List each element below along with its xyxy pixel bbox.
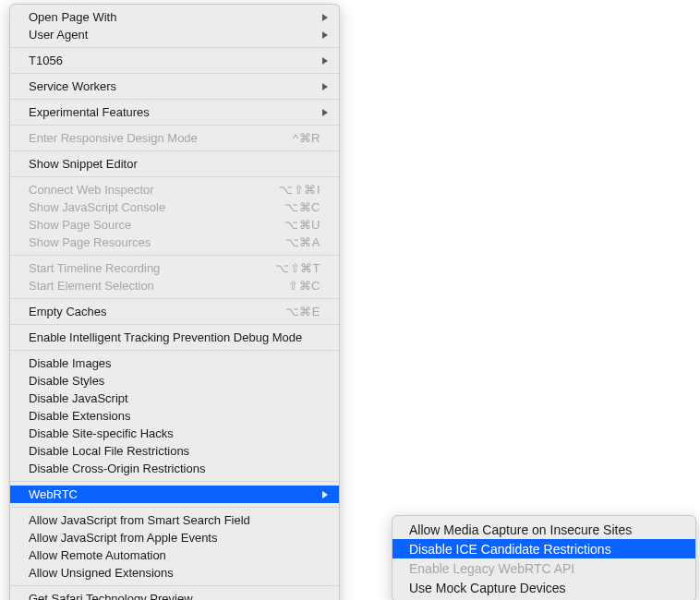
menu-item-disable-local-file-restrictions[interactable]: Disable Local File Restrictions [10, 442, 339, 460]
submenu-item-label: Allow Media Capture on Insecure Sites [409, 522, 632, 537]
menu-item-label: Enable Intelligent Tracking Prevention D… [29, 330, 302, 344]
menu-separator [10, 298, 339, 299]
menu-item-label: Disable JavaScript [29, 391, 128, 405]
menu-separator [10, 507, 339, 508]
menu-item-label: Connect Web Inspector [29, 183, 154, 197]
menu-item-label: Allow Unsigned Extensions [29, 566, 174, 580]
menu-item-label: Open Page With [29, 10, 116, 24]
menu-item-label: User Agent [29, 28, 88, 42]
develop-menu[interactable]: Open Page WithUser AgentT1056Service Wor… [9, 4, 340, 600]
menu-item-label: Empty Caches [29, 305, 107, 318]
chevron-right-icon [322, 31, 328, 39]
menu-item-label: Disable Styles [29, 374, 104, 388]
menu-item-allow-remote-automation[interactable]: Allow Remote Automation [10, 546, 339, 564]
chevron-right-icon [322, 491, 328, 498]
menu-item-connect-web-inspector: Connect Web Inspector⌥⇧⌘I [10, 181, 339, 198]
menu-item-enable-intelligent-tracking-prevention-debug-mode[interactable]: Enable Intelligent Tracking Prevention D… [10, 329, 339, 346]
menu-item-label: WebRTC [29, 487, 78, 501]
menu-item-label: Service Workers [29, 79, 116, 93]
menu-separator [10, 255, 339, 256]
menu-item-show-javascript-console: Show JavaScript Console⌥⌘C [10, 198, 339, 216]
menu-item-label: Show Page Resources [29, 235, 151, 249]
menu-item-label: Disable Site-specific Hacks [29, 426, 174, 440]
menu-item-allow-javascript-from-smart-search-field[interactable]: Allow JavaScript from Smart Search Field [10, 511, 339, 529]
menu-item-shortcut: ⌥⇧⌘I [279, 183, 320, 197]
menu-item-start-timeline-recording: Start Timeline Recording⌥⇧⌘T [10, 259, 339, 277]
menu-item-label: Allow Remote Automation [29, 548, 166, 562]
chevron-right-icon [322, 83, 328, 90]
menu-item-open-page-with[interactable]: Open Page With [10, 8, 339, 26]
menu-item-label: Get Safari Technology Preview [29, 592, 193, 600]
menu-item-empty-caches[interactable]: Empty Caches⌥⌘E [10, 303, 339, 320]
menu-item-shortcut: ⌥⌘U [284, 218, 320, 232]
menu-item-disable-javascript[interactable]: Disable JavaScript [10, 390, 339, 407]
menu-item-show-snippet-editor[interactable]: Show Snippet Editor [10, 155, 339, 173]
submenu-item-allow-media-capture-on-insecure-sites[interactable]: Allow Media Capture on Insecure Sites [392, 520, 695, 539]
menu-item-label: Allow JavaScript from Apple Events [29, 531, 217, 545]
menu-item-t1056[interactable]: T1056 [10, 52, 339, 69]
menu-item-label: Start Element Selection [29, 279, 154, 293]
menu-item-label: Show Page Source [29, 218, 131, 232]
menu-item-shortcut: ⇧⌘C [288, 279, 320, 293]
menu-item-show-page-source: Show Page Source⌥⌘U [10, 216, 339, 234]
webrtc-submenu[interactable]: Allow Media Capture on Insecure SitesDis… [392, 515, 696, 600]
menu-item-show-page-resources: Show Page Resources⌥⌘A [10, 234, 339, 251]
menu-separator [10, 47, 339, 48]
menu-item-label: Show JavaScript Console [29, 200, 165, 214]
chevron-right-icon [322, 57, 328, 65]
submenu-item-label: Enable Legacy WebRTC API [409, 561, 574, 576]
menu-item-shortcut: ^⌘R [293, 131, 320, 145]
menu-separator [10, 150, 339, 151]
menu-item-shortcut: ⌥⌘C [284, 200, 320, 214]
menu-item-disable-images[interactable]: Disable Images [10, 354, 339, 372]
menu-separator [10, 481, 339, 482]
submenu-item-use-mock-capture-devices[interactable]: Use Mock Capture Devices [392, 578, 695, 597]
menu-item-get-safari-technology-preview[interactable]: Get Safari Technology Preview [10, 590, 339, 600]
menu-item-shortcut: ⌥⇧⌘T [275, 261, 320, 275]
menu-separator [10, 324, 339, 325]
menu-item-service-workers[interactable]: Service Workers [10, 78, 339, 95]
menu-separator [10, 125, 339, 126]
menu-item-disable-cross-origin-restrictions[interactable]: Disable Cross-Origin Restrictions [10, 460, 339, 477]
menu-separator [10, 73, 339, 74]
menu-item-label: Experimental Features [29, 105, 150, 119]
submenu-item-enable-legacy-webrtc-api: Enable Legacy WebRTC API [392, 558, 695, 578]
menu-separator [10, 585, 339, 586]
menu-item-disable-extensions[interactable]: Disable Extensions [10, 407, 339, 425]
submenu-item-label: Disable ICE Candidate Restrictions [409, 542, 611, 557]
menu-item-label: Enter Responsive Design Mode [29, 131, 198, 145]
submenu-item-disable-ice-candidate-restrictions[interactable]: Disable ICE Candidate Restrictions [392, 539, 695, 558]
menu-item-disable-site-specific-hacks[interactable]: Disable Site-specific Hacks [10, 425, 339, 442]
menu-item-allow-javascript-from-apple-events[interactable]: Allow JavaScript from Apple Events [10, 529, 339, 546]
menu-item-label: Start Timeline Recording [29, 261, 160, 275]
menu-separator [10, 176, 339, 177]
menu-item-label: Disable Images [29, 356, 112, 370]
menu-item-label: Disable Cross-Origin Restrictions [29, 462, 205, 475]
menu-item-label: Allow JavaScript from Smart Search Field [29, 513, 250, 527]
menu-item-label: Disable Local File Restrictions [29, 444, 189, 458]
menu-item-allow-unsigned-extensions[interactable]: Allow Unsigned Extensions [10, 564, 339, 582]
menu-item-start-element-selection: Start Element Selection⇧⌘C [10, 277, 339, 294]
menu-item-disable-styles[interactable]: Disable Styles [10, 372, 339, 390]
menu-item-shortcut: ⌥⌘A [285, 235, 320, 249]
menu-item-webrtc[interactable]: WebRTC [10, 486, 339, 503]
menu-item-experimental-features[interactable]: Experimental Features [10, 103, 339, 121]
chevron-right-icon [322, 109, 328, 116]
menu-separator [10, 99, 339, 100]
menu-item-label: Show Snippet Editor [29, 157, 138, 171]
chevron-right-icon [322, 14, 328, 21]
submenu-item-label: Use Mock Capture Devices [409, 581, 566, 595]
menu-item-enter-responsive-design-mode: Enter Responsive Design Mode^⌘R [10, 129, 339, 147]
menu-item-shortcut: ⌥⌘E [285, 305, 320, 318]
menu-item-label: Disable Extensions [29, 409, 131, 423]
menu-item-label: T1056 [29, 54, 63, 67]
menu-separator [10, 350, 339, 351]
menu-item-user-agent[interactable]: User Agent [10, 26, 339, 43]
